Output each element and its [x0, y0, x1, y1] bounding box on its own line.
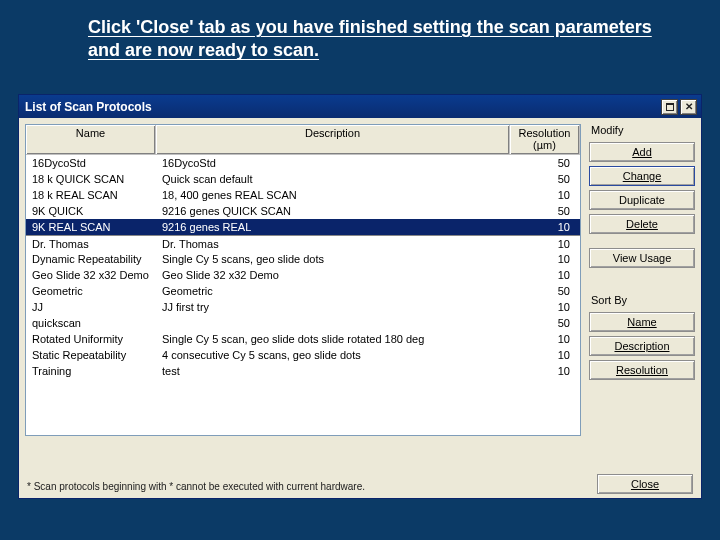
titlebar[interactable]: List of Scan Protocols ✕: [19, 95, 701, 118]
table-row[interactable]: GeometricGeometric50: [26, 283, 580, 299]
change-button[interactable]: Change: [589, 166, 695, 186]
view-usage-button[interactable]: View Usage: [589, 248, 695, 268]
table-row[interactable]: Dynamic RepeatabilitySingle Cy 5 scans, …: [26, 251, 580, 267]
cell-description: JJ first try: [156, 301, 510, 313]
cell-name: Dynamic Repeatability: [26, 253, 156, 265]
table-row[interactable]: 9K REAL SCAN9216 genes REAL10: [26, 219, 580, 235]
cell-description: 18, 400 genes REAL SCAN: [156, 189, 510, 201]
cell-name: Dr. Thomas: [26, 238, 156, 250]
sortby-description-button[interactable]: Description: [589, 336, 695, 356]
cell-resolution: 50: [510, 205, 580, 217]
close-icon: ✕: [685, 101, 693, 112]
table-row[interactable]: Static Repeatability4 consecutive Cy 5 s…: [26, 347, 580, 363]
footnote: * Scan protocols beginning with * cannot…: [27, 481, 365, 492]
duplicate-button[interactable]: Duplicate: [589, 190, 695, 210]
cell-description: 4 consecutive Cy 5 scans, geo slide dots: [156, 349, 510, 361]
cell-resolution: 10: [510, 333, 580, 345]
table-row[interactable]: quickscan50: [26, 315, 580, 331]
table-row[interactable]: 16DycoStd16DycoStd50: [26, 155, 580, 171]
cell-resolution: 50: [510, 173, 580, 185]
cell-resolution: 10: [510, 238, 580, 250]
window-title: List of Scan Protocols: [25, 100, 661, 114]
cell-name: 18 k QUICK SCAN: [26, 173, 156, 185]
col-header-name[interactable]: Name: [26, 125, 156, 154]
cell-resolution: 10: [510, 221, 580, 233]
cell-description: Geometric: [156, 285, 510, 297]
col-header-resolution[interactable]: Resolution (µm): [510, 125, 580, 154]
cell-name: Geometric: [26, 285, 156, 297]
table-row[interactable]: Trainingtest10: [26, 363, 580, 379]
add-button[interactable]: Add: [589, 142, 695, 162]
cell-resolution: 10: [510, 253, 580, 265]
cell-resolution: 50: [510, 157, 580, 169]
table-row[interactable]: 9K QUICK9216 genes QUICK SCAN50: [26, 203, 580, 219]
cell-description: test: [156, 365, 510, 377]
cell-name: Geo Slide 32 x32 Demo: [26, 269, 156, 281]
cell-name: Static Repeatability: [26, 349, 156, 361]
cell-description: 9216 genes QUICK SCAN: [156, 205, 510, 217]
side-panel: Modify Add Change Duplicate Delete View …: [589, 124, 695, 470]
col-header-description[interactable]: Description: [156, 125, 510, 154]
cell-description: Single Cy 5 scan, geo slide dots slide r…: [156, 333, 510, 345]
cell-description: Geo Slide 32 x32 Demo: [156, 269, 510, 281]
cell-name: Rotated Uniformity: [26, 333, 156, 345]
cell-name: 18 k REAL SCAN: [26, 189, 156, 201]
cell-name: 16DycoStd: [26, 157, 156, 169]
delete-button[interactable]: Delete: [589, 214, 695, 234]
cell-resolution: 10: [510, 301, 580, 313]
cell-description: 9216 genes REAL: [156, 221, 510, 233]
cell-name: 9K REAL SCAN: [26, 221, 156, 233]
cell-resolution: 10: [510, 349, 580, 361]
close-area: Close: [597, 474, 693, 494]
cell-resolution: 10: [510, 269, 580, 281]
cell-description: Dr. Thomas: [156, 238, 510, 250]
list-body: 16DycoStd16DycoStd5018 k QUICK SCANQuick…: [26, 155, 580, 435]
scan-protocols-window: List of Scan Protocols ✕ Name Descriptio…: [18, 94, 702, 499]
close-window-button[interactable]: ✕: [680, 99, 697, 115]
modify-label: Modify: [589, 124, 695, 138]
table-row[interactable]: 18 k QUICK SCANQuick scan default50: [26, 171, 580, 187]
list-header: Name Description Resolution (µm): [26, 125, 580, 155]
maximize-button[interactable]: [661, 99, 678, 115]
table-row[interactable]: Dr. ThomasDr. Thomas10: [26, 235, 580, 251]
table-row[interactable]: Geo Slide 32 x32 DemoGeo Slide 32 x32 De…: [26, 267, 580, 283]
sortby-name-button[interactable]: Name: [589, 312, 695, 332]
protocols-list[interactable]: Name Description Resolution (µm) 16DycoS…: [25, 124, 581, 436]
cell-description: Single Cy 5 scans, geo slide dots: [156, 253, 510, 265]
title-controls: ✕: [661, 99, 697, 115]
cell-name: JJ: [26, 301, 156, 313]
maximize-icon: [666, 103, 674, 111]
sortby-label: Sort By: [589, 294, 695, 308]
cell-resolution: 50: [510, 285, 580, 297]
cell-resolution: 10: [510, 365, 580, 377]
close-button[interactable]: Close: [597, 474, 693, 494]
instruction-text: Click 'Close' tab as you have finished s…: [88, 16, 660, 63]
client-area: Name Description Resolution (µm) 16DycoS…: [19, 118, 701, 498]
table-row[interactable]: 18 k REAL SCAN18, 400 genes REAL SCAN10: [26, 187, 580, 203]
table-row[interactable]: Rotated UniformitySingle Cy 5 scan, geo …: [26, 331, 580, 347]
cell-name: quickscan: [26, 317, 156, 329]
cell-resolution: 10: [510, 189, 580, 201]
sortby-resolution-button[interactable]: Resolution: [589, 360, 695, 380]
table-row[interactable]: JJJJ first try10: [26, 299, 580, 315]
cell-name: 9K QUICK: [26, 205, 156, 217]
cell-description: 16DycoStd: [156, 157, 510, 169]
cell-name: Training: [26, 365, 156, 377]
cell-description: Quick scan default: [156, 173, 510, 185]
cell-resolution: 50: [510, 317, 580, 329]
